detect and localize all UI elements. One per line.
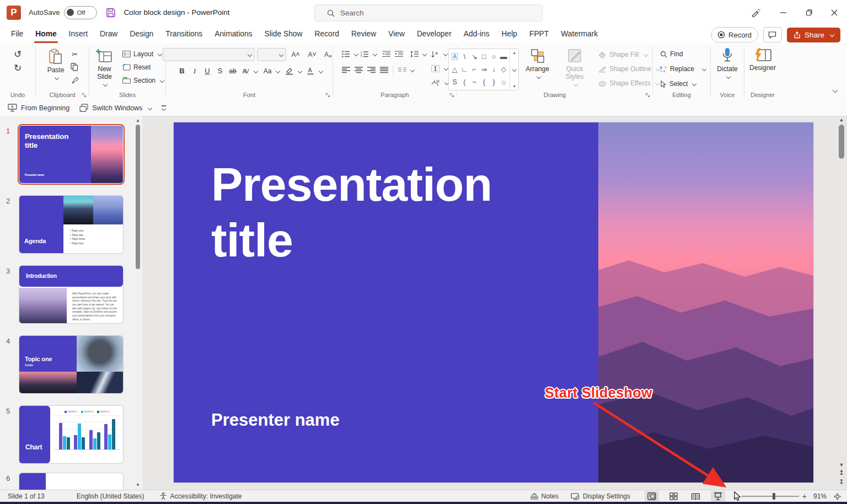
tab-insert[interactable]: Insert bbox=[63, 26, 94, 41]
designer-button[interactable]: Designer bbox=[746, 43, 779, 73]
convert-to-smartart-button[interactable] bbox=[430, 77, 450, 89]
replace-dropdown-icon[interactable] bbox=[702, 67, 706, 71]
tab-help[interactable]: Help bbox=[496, 26, 523, 41]
tab-record[interactable]: Record bbox=[309, 26, 345, 41]
clipboard-dialog-launcher[interactable] bbox=[82, 93, 87, 98]
thumbnails-scroll-down-icon[interactable]: ▼ bbox=[135, 482, 141, 487]
italic-button[interactable]: I bbox=[189, 65, 201, 77]
columns-dropdown-icon[interactable] bbox=[410, 67, 415, 72]
presenter-name-text[interactable]: Presenter name bbox=[211, 410, 340, 430]
save-icon[interactable] bbox=[106, 8, 116, 18]
canvas-scroll-down-icon[interactable]: ▼ bbox=[837, 462, 846, 468]
align-text-button[interactable] bbox=[430, 62, 450, 74]
comments-button[interactable] bbox=[763, 27, 782, 42]
decrease-font-size-button[interactable]: A˅ bbox=[305, 49, 319, 61]
canvas-scrollbar-thumb[interactable] bbox=[839, 125, 844, 159]
copy-button[interactable] bbox=[68, 61, 81, 73]
next-slide-button[interactable]: ▼▼ bbox=[837, 480, 846, 485]
new-slide-button[interactable]: New Slide bbox=[89, 47, 120, 87]
layout-button[interactable]: Layout bbox=[121, 48, 165, 60]
paragraph-dialog-launcher[interactable] bbox=[449, 93, 454, 98]
slide-title-text[interactable]: Presentation title bbox=[211, 157, 564, 267]
thumbnails-scrollbar[interactable]: ▲ ▼ bbox=[135, 116, 141, 490]
laser-pen-icon[interactable] bbox=[747, 4, 764, 21]
font-color-button[interactable]: A bbox=[304, 65, 317, 77]
normal-view-button[interactable] bbox=[645, 491, 659, 502]
highlight-color-button[interactable] bbox=[283, 65, 296, 77]
character-spacing-button[interactable]: AV bbox=[239, 65, 251, 77]
section-button[interactable]: Section bbox=[121, 74, 165, 87]
thumbnails-scrollbar-thumb[interactable] bbox=[136, 125, 140, 269]
tab-home[interactable]: Home bbox=[29, 26, 62, 41]
notes-button[interactable]: Notes bbox=[530, 492, 559, 500]
zoom-slider-thumb[interactable] bbox=[773, 493, 775, 500]
tab-animations[interactable]: Animations bbox=[208, 26, 258, 41]
shape-outline-button[interactable]: Shape Outline bbox=[597, 63, 661, 75]
reading-view-button[interactable] bbox=[689, 491, 703, 502]
underline-button[interactable]: U bbox=[201, 65, 213, 77]
shapes-scroll-up-icon[interactable]: ▲ bbox=[512, 51, 516, 55]
columns-button[interactable] bbox=[396, 64, 408, 76]
cut-button[interactable]: ✂ bbox=[68, 49, 81, 60]
tab-add-ins[interactable]: Add-ins bbox=[458, 26, 496, 41]
canvas-scroll-up-icon[interactable]: ▲ bbox=[837, 117, 846, 122]
numbering-dropdown-icon[interactable] bbox=[373, 51, 377, 56]
close-button[interactable] bbox=[822, 0, 847, 25]
dictate-dropdown-icon[interactable] bbox=[726, 74, 731, 79]
change-case-dropdown-icon[interactable] bbox=[276, 68, 280, 73]
bullets-dropdown-icon[interactable] bbox=[354, 51, 358, 56]
slide-indicator[interactable]: Slide 1 of 13 bbox=[8, 492, 45, 500]
minimize-button[interactable] bbox=[771, 0, 796, 25]
line-spacing-button[interactable] bbox=[408, 48, 420, 60]
font-dialog-launcher[interactable] bbox=[325, 93, 330, 98]
shapes-more-icon[interactable] bbox=[512, 67, 516, 72]
align-left-button[interactable] bbox=[340, 64, 352, 76]
tab-fppt[interactable]: FPPT bbox=[523, 26, 555, 41]
new-slide-dropdown-icon[interactable] bbox=[103, 82, 108, 86]
tab-view[interactable]: View bbox=[382, 26, 411, 41]
strikethrough-button[interactable]: ab bbox=[227, 65, 239, 77]
bullets-button[interactable] bbox=[340, 48, 352, 60]
line-spacing-dropdown-icon[interactable] bbox=[422, 51, 427, 56]
thumbnails-scroll-up-icon[interactable]: ▲ bbox=[135, 118, 141, 123]
increase-font-size-button[interactable]: A˄ bbox=[288, 49, 303, 61]
shape-fill-button[interactable]: Shape Fill bbox=[597, 49, 661, 61]
increase-indent-button[interactable] bbox=[393, 48, 405, 60]
display-settings-button[interactable]: Display Settings bbox=[571, 492, 630, 500]
shape-effects-button[interactable]: Shape Effects bbox=[597, 77, 661, 89]
slide-sorter-view-button[interactable] bbox=[667, 491, 681, 502]
tab-design[interactable]: Design bbox=[124, 26, 159, 41]
slideshow-view-button[interactable] bbox=[711, 491, 725, 502]
language-indicator[interactable]: English (United States) bbox=[77, 492, 144, 500]
record-button[interactable]: Record bbox=[711, 27, 758, 42]
character-spacing-dropdown-icon[interactable] bbox=[254, 68, 258, 73]
highlight-dropdown-icon[interactable] bbox=[298, 68, 302, 73]
font-color-dropdown-icon[interactable] bbox=[319, 68, 323, 73]
switch-windows-button[interactable]: Switch Windows bbox=[79, 104, 152, 112]
slide-3-thumbnail[interactable]: Introduction With PowerPoint, you can cr… bbox=[19, 266, 123, 323]
autosave-toggle[interactable]: Off bbox=[64, 6, 97, 19]
shapes-gallery[interactable]: A \↘ □○ ▬△ ∟⌐ ⇒↓ ◇S (~ {} ☆ ▲ ▼ bbox=[448, 49, 519, 90]
from-beginning-button[interactable]: From Beginning bbox=[8, 104, 69, 112]
search-input[interactable]: Search bbox=[314, 4, 543, 22]
text-direction-button[interactable]: A bbox=[430, 48, 450, 60]
change-case-button[interactable]: Aa bbox=[261, 65, 274, 77]
maximize-button[interactable] bbox=[796, 0, 822, 25]
arrange-button[interactable]: Arrange bbox=[522, 47, 553, 79]
slide-1-thumbnail[interactable]: Presentation title Presenter name bbox=[19, 126, 123, 183]
numbering-button[interactable]: 123 bbox=[358, 48, 371, 60]
font-size-select[interactable] bbox=[257, 48, 286, 61]
slide-4-thumbnail[interactable]: Topic one Subtitle bbox=[19, 336, 123, 393]
share-dropdown-icon[interactable] bbox=[830, 33, 834, 37]
replace-button[interactable]: bc Replace bbox=[658, 63, 707, 75]
paste-button[interactable]: Paste bbox=[44, 47, 68, 81]
zoom-level[interactable]: 91% bbox=[813, 492, 827, 500]
find-button[interactable]: Find bbox=[658, 48, 707, 60]
collapse-ribbon-icon[interactable] bbox=[831, 85, 837, 95]
shapes-gallery-expand-icon[interactable]: ▼ bbox=[512, 84, 516, 88]
share-button[interactable]: Share bbox=[787, 28, 840, 42]
slide-6-thumbnail[interactable]: Category 1 Category 2 Category 3 Categor… bbox=[19, 473, 123, 490]
paste-dropdown-icon[interactable] bbox=[55, 76, 59, 80]
switch-windows-dropdown-icon[interactable] bbox=[148, 105, 152, 110]
arrange-dropdown-icon[interactable] bbox=[536, 74, 540, 79]
